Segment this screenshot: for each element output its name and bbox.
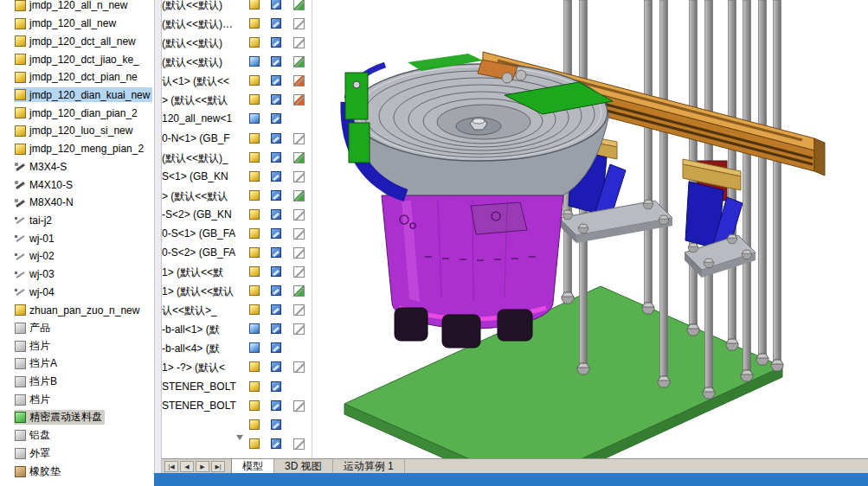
display-pane-row[interactable]: 0-N<1> (GB_F	[162, 130, 312, 149]
display-mode-icon[interactable]	[271, 133, 281, 144]
appearance-icon[interactable]	[293, 438, 305, 450]
tree-item[interactable]: M4X10-S	[0, 176, 154, 194]
part-icon[interactable]	[249, 342, 260, 353]
display-pane-row[interactable]: 1> -?> (默认<	[162, 358, 312, 377]
part-icon[interactable]	[249, 75, 260, 86]
display-mode-icon[interactable]	[271, 381, 281, 392]
bowl-center-bolt[interactable]	[456, 118, 501, 135]
panel-splitter[interactable]	[154, 0, 162, 486]
viewport-3d[interactable]	[312, 0, 868, 458]
display-mode-icon[interactable]	[271, 209, 281, 220]
display-mode-icon[interactable]	[271, 247, 281, 258]
part-icon[interactable]	[249, 18, 260, 29]
display-pane-row[interactable]: (默认<<默认)	[162, 53, 312, 72]
display-mode-icon[interactable]	[271, 304, 281, 315]
appearance-icon[interactable]	[293, 266, 305, 278]
display-pane-row[interactable]: 1> (默认<<默认	[162, 282, 312, 301]
bowl-track[interactable]	[351, 64, 608, 161]
display-mode-icon[interactable]	[271, 18, 281, 29]
appearance-icon[interactable]	[293, 304, 305, 316]
display-pane-row[interactable]: (默认<<默认)	[162, 0, 312, 15]
display-mode-icon[interactable]	[271, 0, 281, 10]
display-mode-icon[interactable]	[271, 94, 281, 105]
tab-nav-last[interactable]: ▶|	[211, 461, 225, 472]
tree-item[interactable]: 产品	[0, 319, 154, 337]
tree-item[interactable]: tai-j2	[0, 212, 154, 230]
part-icon[interactable]	[249, 37, 260, 48]
display-mode-icon[interactable]	[271, 190, 281, 201]
part-icon[interactable]	[249, 400, 260, 411]
tree-item[interactable]: 橡胶垫	[0, 463, 154, 481]
appearance-icon[interactable]	[293, 247, 305, 259]
display-mode-icon[interactable]	[271, 323, 281, 334]
appearance-icon[interactable]	[293, 94, 305, 106]
display-pane-row[interactable]	[162, 416, 312, 435]
tree-item[interactable]: zhuan_pan_zuo_n_new	[0, 301, 154, 319]
doc-tab[interactable]: 3D 视图	[274, 459, 333, 474]
display-mode-icon[interactable]	[271, 37, 281, 48]
display-pane-row[interactable]: 0-S<1> (GB_FA	[162, 225, 312, 244]
display-pane-row[interactable]: 认<<默认>_	[162, 301, 312, 320]
display-mode-icon[interactable]	[271, 152, 281, 163]
part-icon[interactable]	[249, 171, 260, 182]
tab-nav-next[interactable]: ▶	[196, 461, 209, 472]
part-icon[interactable]	[249, 209, 260, 220]
display-pane-row[interactable]: (默认<<默认)	[162, 34, 312, 53]
part-icon[interactable]	[249, 304, 260, 315]
part-icon[interactable]	[249, 0, 260, 10]
appearance-icon[interactable]	[293, 209, 305, 221]
tree-item[interactable]: jmdp_120_all_n_new	[0, 0, 154, 15]
display-pane-row[interactable]: > (默认<<默认	[162, 187, 312, 206]
part-icon[interactable]	[249, 133, 260, 144]
display-mode-icon[interactable]	[271, 419, 281, 430]
tree-item[interactable]: 挡片B	[0, 373, 154, 391]
tree-item[interactable]: jmdp_120_dian_kuai_new	[0, 86, 154, 105]
model-canvas[interactable]	[312, 0, 868, 458]
display-pane-row[interactable]: 0-S<2> (GB_FA	[162, 244, 312, 263]
display-mode-icon[interactable]	[271, 171, 281, 182]
tree-item[interactable]: wj-02	[0, 247, 154, 265]
doc-tab[interactable]: 运动算例 1	[333, 459, 405, 474]
part-icon[interactable]	[249, 419, 260, 430]
part-icon[interactable]	[249, 152, 260, 163]
tree-item[interactable]: 挡片A	[0, 355, 154, 373]
part-icon[interactable]	[249, 438, 260, 449]
tree-item[interactable]: jmdp_120_dct_jiao_ke_	[0, 50, 154, 68]
display-pane-row[interactable]: STENER_BOLT	[162, 378, 312, 397]
display-pane-row[interactable]: 1> (默认<<默	[162, 263, 312, 282]
appearance-icon[interactable]	[293, 56, 305, 67]
appearance-icon[interactable]	[293, 190, 305, 201]
display-pane-row[interactable]: 120_all_new<1	[162, 110, 312, 129]
display-pane-row[interactable]: STENER_BOLT	[162, 397, 312, 416]
tab-nav-prev[interactable]: ◀	[180, 461, 194, 472]
tree-item[interactable]: jmdp_120_dct_pian_ne	[0, 68, 154, 86]
part-icon[interactable]	[249, 266, 260, 277]
appearance-icon[interactable]	[293, 18, 305, 29]
appearance-icon[interactable]	[293, 285, 305, 297]
appearance-icon[interactable]	[293, 171, 305, 182]
display-mode-icon[interactable]	[271, 113, 281, 124]
part-icon[interactable]	[249, 228, 260, 239]
tree-item[interactable]: M3X4-S	[0, 157, 154, 176]
appearance-icon[interactable]	[293, 228, 305, 240]
display-mode-icon[interactable]	[271, 361, 281, 372]
part-icon[interactable]	[249, 94, 260, 105]
appearance-icon[interactable]	[293, 0, 305, 10]
display-mode-icon[interactable]	[271, 400, 281, 411]
part-icon[interactable]	[249, 285, 260, 296]
display-mode-icon[interactable]	[271, 342, 281, 353]
appearance-icon[interactable]	[293, 152, 305, 163]
part-icon[interactable]	[249, 323, 260, 334]
appearance-icon[interactable]	[293, 361, 305, 373]
display-mode-icon[interactable]	[271, 56, 281, 67]
display-pane-row[interactable]: > (默认<<默认	[162, 91, 312, 110]
tree-item[interactable]: wj-03	[0, 265, 154, 284]
appearance-icon[interactable]	[293, 400, 305, 412]
tree-item[interactable]: 档片	[0, 391, 154, 409]
appearance-icon[interactable]	[293, 133, 305, 144]
appearance-icon[interactable]	[293, 37, 305, 48]
tree-item[interactable]: 铝盘	[0, 426, 154, 444]
display-mode-icon[interactable]	[271, 228, 281, 239]
tree-item[interactable]: 挡片	[0, 337, 154, 355]
green-bracket[interactable]	[345, 73, 370, 163]
